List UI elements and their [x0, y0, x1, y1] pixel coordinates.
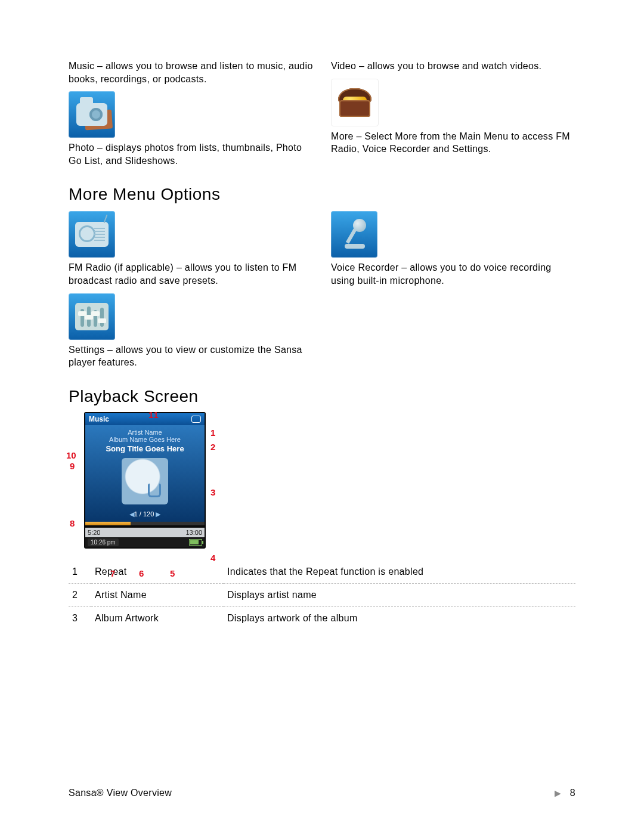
table-row: 3 Album Artwork Displays artwork of the … [69, 606, 575, 630]
callout-6: 6 [139, 568, 144, 578]
page-footer: Sansa® View Overview ▶8 [69, 788, 575, 798]
playback-header: Music [89, 415, 109, 423]
album-art-icon [122, 458, 168, 504]
callout-5: 5 [170, 568, 175, 578]
entry-photo: Photo – displays photos from lists, thum… [69, 141, 313, 167]
desc-photo: – displays photos from lists, thumbnails… [69, 143, 302, 166]
entry-more: More – Select More from the Main Menu to… [331, 130, 575, 156]
more-icon [331, 79, 379, 126]
footer-title: Sansa® View Overview [69, 788, 172, 798]
legend-num: 1 [69, 561, 91, 584]
callout-2: 2 [210, 442, 215, 452]
term-fm-suffix: (if applicable) [112, 262, 174, 272]
main-menu-col-left: Music – allows you to browse and listen … [69, 60, 313, 167]
mic-icon [331, 211, 377, 258]
playback-times: 5:20 13:00 [85, 528, 205, 537]
entry-fm-radio: FM Radio (if applicable) – allows you to… [69, 261, 313, 287]
playback-body: Artist Name Album Name Goes Here Song Ti… [85, 425, 205, 522]
term-video: Video [331, 61, 356, 71]
callout-10: 10 [66, 450, 76, 460]
table-row: 1 Repeat Indicates that the Repeat funct… [69, 561, 575, 584]
main-menu-col-right: Video – allows you to browse and watch v… [331, 60, 575, 167]
desc-more: – Select More from the Main Menu to acce… [331, 131, 570, 154]
heading-more-menu: More Menu Options [69, 185, 575, 204]
legend-num: 3 [69, 606, 91, 630]
table-row: 2 Artist Name Displays artist name [69, 583, 575, 606]
footer-page: ▶8 [555, 788, 575, 798]
legend-key: Album Artwork [91, 606, 224, 630]
progress-bar [85, 522, 205, 525]
legend-key: Artist Name [91, 583, 224, 606]
more-menu-descriptions: FM Radio (if applicable) – allows you to… [69, 209, 575, 368]
callout-4: 4 [210, 553, 215, 563]
legend-val: Displays artwork of the album [224, 606, 575, 630]
battery-icon [189, 539, 202, 546]
callout-9: 9 [70, 461, 75, 471]
callout-7: 7 [110, 568, 115, 578]
term-settings: Settings [69, 345, 104, 355]
desc-music: – allows you to browse and listen to mus… [69, 61, 313, 84]
legend-val: Displays artist name [224, 583, 575, 606]
page-arrow-icon: ▶ [555, 788, 561, 798]
term-more: More [331, 131, 354, 141]
playback-clock: 10:26 pm [88, 538, 119, 546]
main-menu-descriptions: Music – allows you to browse and listen … [69, 60, 575, 167]
entry-video: Video – allows you to browse and watch v… [331, 60, 575, 73]
more-col-right: Voice Recorder – allows you to do voice … [331, 209, 575, 368]
legend-num: 2 [69, 583, 91, 606]
time-total: 13:00 [185, 529, 202, 536]
playback-title-bar: Music [85, 413, 205, 425]
legend-val: Indicates that the Repeat function is en… [224, 561, 575, 584]
term-music: Music [69, 61, 94, 71]
callout-11: 11 [148, 410, 159, 420]
desc-video: – allows you to browse and watch videos. [356, 61, 541, 71]
playback-diagram: 11 1 2 3 4 5 6 7 8 9 10 Music Artist Nam… [66, 412, 221, 549]
heading-playback: Playback Screen [69, 387, 575, 406]
playback-status-bar: 10:26 pm [85, 537, 205, 547]
playback-song: Song Title Goes Here [88, 444, 202, 453]
callout-1: 1 [210, 428, 215, 438]
term-photo: Photo [69, 143, 94, 153]
playback-device: Music Artist Name Album Name Goes Here S… [84, 412, 206, 549]
playback-album: Album Name Goes Here [88, 436, 202, 443]
entry-settings: Settings – allows you to view or customi… [69, 343, 313, 369]
playback-artist: Artist Name [88, 429, 202, 436]
term-fm-radio: FM Radio [69, 262, 112, 272]
playback-legend-table: 1 Repeat Indicates that the Repeat funct… [69, 561, 575, 630]
entry-voice-recorder: Voice Recorder – allows you to do voice … [331, 261, 575, 287]
term-voice-recorder: Voice Recorder [331, 262, 399, 272]
playback-counter: 1 / 120 [88, 510, 202, 518]
repeat-icon [191, 416, 201, 423]
entry-music: Music – allows you to browse and listen … [69, 60, 313, 85]
more-col-left: FM Radio (if applicable) – allows you to… [69, 209, 313, 368]
radio-icon [69, 211, 115, 258]
page-number: 8 [570, 788, 575, 798]
time-elapsed: 5:20 [88, 529, 100, 536]
callout-8: 8 [70, 518, 75, 528]
page: Music – allows you to browse and listen … [0, 0, 644, 833]
callout-3: 3 [210, 487, 215, 497]
settings-icon [69, 293, 115, 340]
photo-icon [69, 91, 115, 138]
